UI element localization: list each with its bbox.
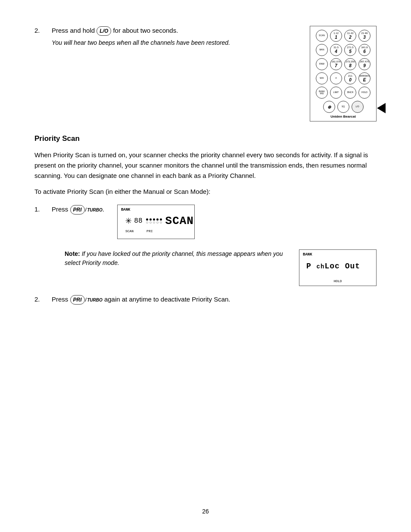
step-2-priority-text: Press PRI/TURBO again at anytime to deac… [52, 295, 377, 305]
lcd1-dots [146, 218, 162, 224]
lcd1-main-row: ✳ 88 [122, 215, 190, 227]
btn-7: 161.0767 [330, 58, 342, 70]
btn-9: 287.4759 [358, 58, 371, 70]
device-row-3: RNW 161.0767 273.2508 287.4759 [316, 58, 371, 70]
top-left-content: 2. Press and hold L/O for about two seco… [34, 26, 297, 121]
step-2-priority-number: 2. [34, 295, 52, 307]
btn-0: 2110 [344, 72, 356, 84]
page-number: 26 [0, 508, 411, 515]
device-row-6: ⊕ SQ L/O [323, 101, 364, 113]
squelch-btn: SQ [337, 101, 349, 113]
arrow-indicator [377, 103, 386, 113]
lcd1-starburst: ✳ [125, 216, 131, 226]
btn-1: 1.121 [330, 30, 342, 42]
step-2-block: 2. Press and hold L/O for about two seco… [34, 26, 297, 50]
pri-button-1: PRI [70, 205, 85, 215]
priority-scan-heading: Priority Scan [34, 134, 377, 143]
step-2-priority-content: Press PRI/TURBO again at anytime to deac… [52, 295, 377, 307]
pri-button-2: PRI [70, 295, 85, 305]
btn-2: 11.422 [344, 30, 356, 42]
lcd2-hold: HOLD [333, 279, 342, 283]
device-buttons: SCAN 1.121 11.422 21.963 MAN 31.54 271.5… [313, 30, 374, 113]
btn-3: 21.963 [358, 30, 371, 42]
step-2-priority-block: 2. Press PRI/TURBO again at anytime to d… [34, 295, 377, 307]
man-btn: MAN [316, 44, 328, 56]
btn-4: 31.54 [330, 44, 342, 56]
bncr-btn: BNCR [344, 87, 356, 99]
step-1-row: Press PRI/TURBO. BANK ✳ 88 [52, 205, 377, 239]
to-activate-text: To activate Priority Scan (in either the… [34, 187, 377, 197]
lo-button: L/O [97, 26, 111, 36]
step-1-number: 1. [34, 205, 52, 239]
step-1-text: Press PRI/TURBO. [52, 205, 104, 217]
btn-6: 341.86 [358, 44, 371, 56]
power-btn: ⊕ [323, 101, 335, 113]
device-brand-label: Uniden Bearcat [313, 115, 374, 118]
step-1-content: Press PRI/TURBO. BANK ✳ 88 [52, 205, 377, 239]
lcd1-scan-text: SCAN [165, 215, 194, 227]
device-row-2: MAN 31.54 271.55 341.86 [316, 44, 371, 56]
btn-e: WRNWSE [358, 72, 371, 84]
note-block: Note: If you have locked out the priorit… [34, 249, 377, 286]
lcd2-bank: BANK [303, 252, 312, 257]
lcd-display-2: BANK P chLoc Out HOLD [299, 249, 377, 286]
device-image-container: SCAN 1.121 11.422 21.963 MAN 31.54 271.5… [310, 26, 377, 121]
btn-dot: · [330, 72, 342, 84]
step-2-text: Press and hold L/O for about two seconds… [52, 26, 297, 36]
wxi-btn: WXI [316, 72, 328, 84]
note-label: Note: [65, 250, 80, 257]
rnw-btn: RNW [316, 58, 328, 70]
scanner-device: SCAN 1.121 11.422 21.963 MAN 31.54 271.5… [310, 26, 377, 121]
btn-5: 271.55 [344, 44, 356, 56]
priority-scan-description: When Priority Scan is turned on, your sc… [34, 150, 377, 181]
hold-btn-dev: HOLD [358, 87, 371, 99]
device-row-4: WXI · 2110 WRNWSE [316, 72, 371, 84]
lcd2-display-text: P chLoc Out [304, 262, 372, 271]
lcd-display-1: BANK ✳ 88 [117, 205, 195, 239]
turbo-label-1: TURBO [87, 207, 103, 212]
device-row-5: BANKPRI LIMIT BNCR HOLD [316, 87, 371, 99]
step-2-content: Press and hold L/O for about two seconds… [52, 26, 297, 50]
step-1-block: 1. Press PRI/TURBO. BANK ✳ 88 [34, 205, 377, 239]
step-2-number: 2. [34, 26, 52, 50]
top-section: 2. Press and hold L/O for about two seco… [34, 26, 377, 121]
bank-pri-btn: BANKPRI [316, 87, 328, 99]
note-content: Note: If you have locked out the priorit… [65, 249, 286, 268]
lcd1-bank: BANK [121, 208, 131, 212]
lcd1-pri-label: PRI [146, 229, 153, 233]
scan-btn: SCAN [316, 30, 328, 42]
limit-btn: LIMIT [330, 87, 342, 99]
lo-btn-dev: L/O [352, 101, 364, 113]
lcd1-88: 88 [134, 217, 142, 225]
lcd1-bottom-labels: SCAN PRI [125, 229, 190, 233]
btn-8: 273.2508 [344, 58, 356, 70]
lcd1-scan-label: SCAN [125, 229, 134, 233]
step-2-italic: You will hear two beeps when all the cha… [52, 38, 297, 48]
turbo-label-2: TURBO [87, 297, 103, 302]
note-text-body: If you have locked out the priority chan… [65, 250, 283, 267]
device-row-1: SCAN 1.121 11.422 21.963 [316, 30, 371, 42]
